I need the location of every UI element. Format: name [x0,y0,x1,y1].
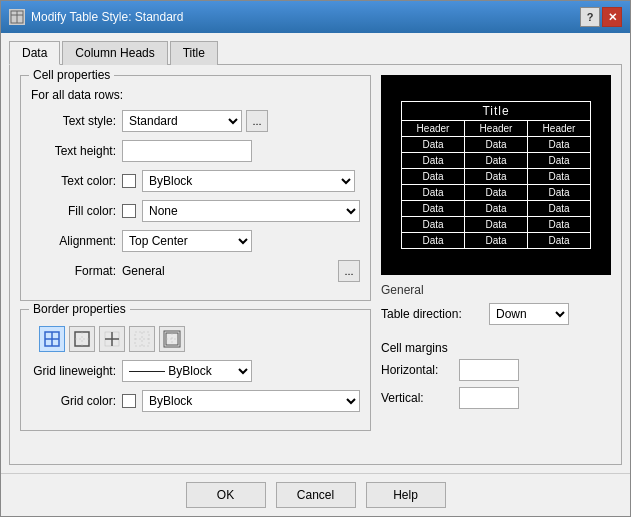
text-height-label: Text height: [31,144,116,158]
all-borders-icon[interactable] [39,326,65,352]
cell-margins-section: Cell margins Horizontal: 1.5 Vertical: 1… [381,333,611,415]
data-r7c1: Data [402,233,465,249]
horizontal-margin-row: Horizontal: 1.5 [381,359,611,381]
alignment-select[interactable]: Top Center Top Left Top Right Middle Cen… [122,230,252,252]
data-r2c2: Data [465,153,528,169]
dialog-title: Modify Table Style: Standard [31,10,184,24]
grid-color-select[interactable]: ByBlock [142,390,360,412]
general-label: General [381,283,611,297]
format-control: General ... [122,260,360,282]
data-r4c1: Data [402,185,465,201]
border-icons [39,326,360,352]
inner-borders-icon[interactable] [99,326,125,352]
data-r5c2: Data [465,201,528,217]
help-button[interactable]: ? [580,7,600,27]
preview-title-row: Title [402,102,591,121]
preview-data-row-2: Data Data Data [402,153,591,169]
fill-color-select[interactable]: None [142,200,360,222]
alignment-row: Alignment: Top Center Top Left Top Right… [31,230,360,252]
text-color-swatch [122,174,136,188]
preview-data-row-1: Data Data Data [402,137,591,153]
data-r1c1: Data [402,137,465,153]
data-r6c2: Data [465,217,528,233]
text-height-input[interactable]: 4.5 [122,140,252,162]
text-style-row: Text style: Standard ... [31,110,360,132]
close-button[interactable]: ✕ [602,7,622,27]
text-style-select[interactable]: Standard [122,110,242,132]
dialog-content: Data Column Heads Title Cell properties … [1,33,630,473]
ok-button[interactable]: OK [186,482,266,508]
data-r4c2: Data [465,185,528,201]
tab-column-heads[interactable]: Column Heads [62,41,167,65]
tab-title[interactable]: Title [170,41,218,65]
data-r3c1: Data [402,169,465,185]
title-bar: Modify Table Style: Standard ? ✕ [1,1,630,33]
text-style-dots-button[interactable]: ... [246,110,268,132]
grid-lineweight-select[interactable]: ——— ByBlock ByLayer 0.05mm 0.09mm [122,360,252,382]
grid-color-swatch [122,394,136,408]
format-label: Format: [31,264,116,278]
data-r4c3: Data [528,185,591,201]
table-direction-select[interactable]: Down Up [489,303,569,325]
tab-data[interactable]: Data [9,41,60,65]
grid-color-control: ByBlock [122,390,360,412]
preview-table: Title Header Header Header Data Data Dat… [401,101,591,249]
horizontal-input[interactable]: 1.5 [459,359,519,381]
vertical-input[interactable]: 1.5 [459,387,519,409]
fill-color-label: Fill color: [31,204,116,218]
table-direction-row: Table direction: Down Up [381,303,611,325]
fill-color-control: None [122,200,360,222]
grid-lineweight-control: ——— ByBlock ByLayer 0.05mm 0.09mm [122,360,360,382]
format-value: General [122,264,334,278]
text-style-label: Text style: [31,114,116,128]
grid-color-label: Grid color: [31,394,116,408]
fill-color-row: Fill color: None [31,200,360,222]
preview-header-2: Header [465,121,528,137]
border-properties-group: Border properties [20,309,371,431]
preview-header-row: Header Header Header [402,121,591,137]
preview-area: Title Header Header Header Data Data Dat… [381,75,611,275]
data-r5c3: Data [528,201,591,217]
data-r6c1: Data [402,217,465,233]
preview-data-row-5: Data Data Data [402,201,591,217]
alignment-label: Alignment: [31,234,116,248]
text-color-select[interactable]: ByBlock [142,170,355,192]
svg-rect-6 [75,332,89,346]
right-panel: Title Header Header Header Data Data Dat… [381,75,611,454]
preview-data-row-6: Data Data Data [402,217,591,233]
text-height-control: 4.5 [122,140,360,162]
data-r7c2: Data [465,233,528,249]
title-bar-buttons: ? ✕ [580,7,622,27]
cell-properties-label: Cell properties [29,68,114,82]
border-properties-label: Border properties [29,302,130,316]
help-button-bottom[interactable]: Help [366,482,446,508]
format-row: Format: General ... [31,260,360,282]
data-r2c3: Data [528,153,591,169]
double-outer-icon[interactable] [159,326,185,352]
text-color-control: ByBlock [122,170,360,192]
app-icon [9,9,25,25]
preview-data-row-4: Data Data Data [402,185,591,201]
sub-label: For all data rows: [31,88,360,102]
bottom-bar: OK Cancel Help [1,473,630,516]
data-r3c2: Data [465,169,528,185]
tabs: Data Column Heads Title [9,41,622,65]
vertical-label: Vertical: [381,391,451,405]
data-r1c2: Data [465,137,528,153]
cell-properties-group: Cell properties For all data rows: Text … [20,75,371,301]
vertical-margin-row: Vertical: 1.5 [381,387,611,409]
table-direction-label: Table direction: [381,307,481,321]
no-borders-icon[interactable] [129,326,155,352]
data-r2c1: Data [402,153,465,169]
outer-borders-icon[interactable] [69,326,95,352]
svg-rect-12 [135,332,149,346]
data-r3c3: Data [528,169,591,185]
text-height-row: Text height: 4.5 [31,140,360,162]
horizontal-label: Horizontal: [381,363,451,377]
data-r7c3: Data [528,233,591,249]
preview-header-1: Header [402,121,465,137]
preview-header-3: Header [528,121,591,137]
format-dots-button[interactable]: ... [338,260,360,282]
cancel-button[interactable]: Cancel [276,482,356,508]
left-panel: Cell properties For all data rows: Text … [20,75,371,454]
